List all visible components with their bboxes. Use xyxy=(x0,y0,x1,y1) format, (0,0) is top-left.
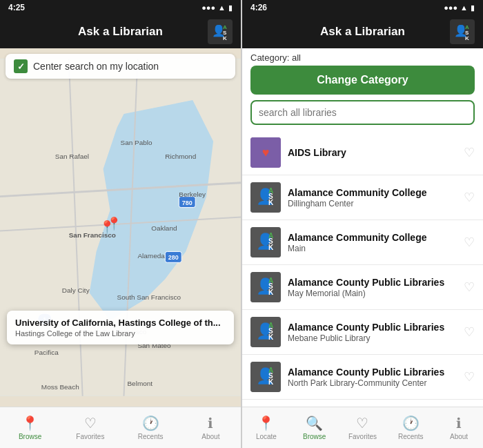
wifi-icon: ▲ xyxy=(218,3,226,12)
library-info: Alamance County Public Libraries North P… xyxy=(288,367,457,388)
ask-librarian-icon-right: 👤 A S K xyxy=(450,19,475,44)
library-info-aids: AIDS Library xyxy=(288,147,457,158)
time-right: 4:26 xyxy=(250,3,267,12)
library-sub: Mebane Public Library xyxy=(288,333,457,343)
app-title-right: Ask a Librarian xyxy=(320,25,405,39)
svg-text:San Pablo: San Pablo xyxy=(121,139,152,146)
location-checkbox[interactable] xyxy=(14,59,28,73)
nav-recents-left[interactable]: 🕐 Recents xyxy=(121,411,181,445)
app-header-left: Ask a Librarian 👤 A S K xyxy=(0,15,241,48)
favorite-icon[interactable]: ♡ xyxy=(464,369,475,384)
library-info: Alamance County Public Libraries Mebane … xyxy=(288,322,457,343)
right-phone: 4:26 ●●● ▲ ▮ Ask a Librarian 👤 A S K Cat… xyxy=(241,0,483,448)
svg-text:K: K xyxy=(268,289,274,296)
svg-text:Richmond: Richmond xyxy=(165,153,196,160)
library-info: Alamance Community College Main xyxy=(288,232,457,253)
library-name: Alamance County Public Libraries xyxy=(288,277,457,288)
search-input[interactable] xyxy=(259,107,466,118)
map-pin-2[interactable]: 📍 xyxy=(106,216,121,231)
list-item[interactable]: ♥ AIDS Library ♡ xyxy=(242,130,483,175)
favorite-icon[interactable]: ♡ xyxy=(464,324,475,340)
svg-text:Alameda: Alameda xyxy=(137,252,165,260)
nav-browse-right[interactable]: 🔍 Browse xyxy=(290,411,339,445)
library-thumb: 👤 A S K xyxy=(250,317,281,347)
status-icons-right: ●●● ▲ ▮ xyxy=(444,3,475,12)
about-label-right: About xyxy=(450,433,468,440)
list-item[interactable]: 👤 A S K Alamance County Public Libraries… xyxy=(242,310,483,355)
nav-favorites-left[interactable]: ♡ Favorites xyxy=(60,411,120,445)
svg-text:Oakland: Oakland xyxy=(151,224,177,232)
wifi-icon-right: ▲ xyxy=(460,3,468,12)
library-info: Alamance County Public Libraries May Mem… xyxy=(288,277,457,298)
favorite-icon[interactable]: ♡ xyxy=(464,235,475,250)
status-bar-left: 4:25 ●●● ▲ ▮ xyxy=(0,0,241,15)
browse-label: Browse xyxy=(19,433,41,440)
app-title-left: Ask a Librarian xyxy=(78,25,163,39)
favorites-icon-right: ♡ xyxy=(356,415,368,431)
library-name: Alamance County Public Libraries xyxy=(288,367,457,378)
location-checkbox-bar[interactable]: Center search on my location xyxy=(6,54,235,79)
category-bar: Category: all xyxy=(242,48,483,66)
app-header-right: Ask a Librarian 👤 A S K xyxy=(242,15,483,48)
list-item[interactable]: 👤 A S K Alamance Community College Main … xyxy=(242,220,483,265)
list-item[interactable]: 👤 A S K Alamance Community College Dilli… xyxy=(242,175,483,220)
svg-text:K: K xyxy=(268,378,274,386)
callout-title: University of California, Hastings Colle… xyxy=(15,318,226,328)
favorite-icon[interactable]: ♡ xyxy=(464,145,475,160)
library-name: Alamance Community College xyxy=(288,232,457,243)
change-category-button[interactable]: Change Category xyxy=(250,66,475,95)
favorite-icon[interactable]: ♡ xyxy=(464,280,475,295)
library-sub: North Park Library-Community Center xyxy=(288,378,457,388)
map-callout[interactable]: University of California, Hastings Colle… xyxy=(7,311,234,344)
list-item[interactable]: 👤 A S K Alamance County Public Libraries… xyxy=(242,265,483,310)
nav-favorites-right[interactable]: ♡ Favorites xyxy=(339,411,387,445)
about-icon-left: ℹ xyxy=(208,415,213,431)
browse-icon-right: 🔍 xyxy=(306,415,323,431)
library-name: Alamance Community College xyxy=(288,187,457,198)
list-item[interactable]: 👤 A S K Alamance County Public Libraries… xyxy=(242,355,483,400)
svg-text:K: K xyxy=(268,333,274,341)
svg-text:280: 280 xyxy=(168,254,179,261)
location-label: Center search on my location xyxy=(33,61,159,72)
svg-text:San Rafael: San Rafael xyxy=(55,153,89,160)
svg-text:780: 780 xyxy=(182,199,193,206)
search-bar[interactable] xyxy=(250,100,475,125)
favorites-icon-left: ♡ xyxy=(84,415,97,431)
nav-browse[interactable]: 📍 Browse xyxy=(0,411,60,445)
svg-text:South San Francisco: South San Francisco xyxy=(117,293,181,301)
nav-recents-right[interactable]: 🕐 Recents xyxy=(386,411,435,445)
browse-label-right: Browse xyxy=(303,433,326,440)
library-name: AIDS Library xyxy=(288,147,457,158)
library-thumb: 👤 A S K xyxy=(250,227,281,257)
signal-icon-right: ●●● xyxy=(444,3,457,12)
svg-text:Moss Beach: Moss Beach xyxy=(41,383,79,391)
library-thumb: 👤 A S K xyxy=(250,182,281,213)
map-container[interactable]: 1 280 780 San Rafael San Pablo Richmond … xyxy=(0,48,241,407)
locate-icon: 📍 xyxy=(257,415,275,431)
about-label-left: About xyxy=(201,433,219,440)
time-left: 4:25 xyxy=(8,3,25,12)
svg-text:♥: ♥ xyxy=(262,146,270,159)
bottom-nav-left: 📍 Browse ♡ Favorites 🕐 Recents ℹ About xyxy=(0,407,241,448)
library-list[interactable]: ♥ AIDS Library ♡ 👤 A S K Alamance Commun… xyxy=(242,130,483,407)
bottom-nav-right: 📍 Locate 🔍 Browse ♡ Favorites 🕐 Recents … xyxy=(242,407,483,448)
browse-icon: 📍 xyxy=(21,415,39,431)
svg-text:Berkeley: Berkeley xyxy=(179,191,206,198)
library-thumb: 👤 A S K xyxy=(250,362,281,392)
recents-label-right: Recents xyxy=(398,433,424,440)
callout-subtitle: Hastings College of the Law Library xyxy=(15,329,226,338)
recents-icon-left: 🕐 xyxy=(142,415,159,431)
nav-about-right[interactable]: ℹ About xyxy=(435,411,483,445)
library-thumb-aids: ♥ xyxy=(250,137,281,168)
library-thumb: 👤 A S K xyxy=(250,272,281,302)
left-phone: 4:25 ●●● ▲ ▮ Ask a Librarian 👤 A S K xyxy=(0,0,241,448)
battery-icon: ▮ xyxy=(228,3,233,12)
svg-text:K: K xyxy=(223,35,227,41)
svg-text:Daly City: Daly City xyxy=(62,286,90,294)
nav-about-left[interactable]: ℹ About xyxy=(181,411,241,445)
list-item[interactable]: 👤 A S K Alamance County Public Libraries… xyxy=(242,400,483,407)
svg-text:K: K xyxy=(268,199,274,206)
nav-locate[interactable]: 📍 Locate xyxy=(242,411,290,445)
ask-librarian-icon-left: 👤 A S K xyxy=(208,19,233,44)
favorite-icon[interactable]: ♡ xyxy=(464,190,475,205)
